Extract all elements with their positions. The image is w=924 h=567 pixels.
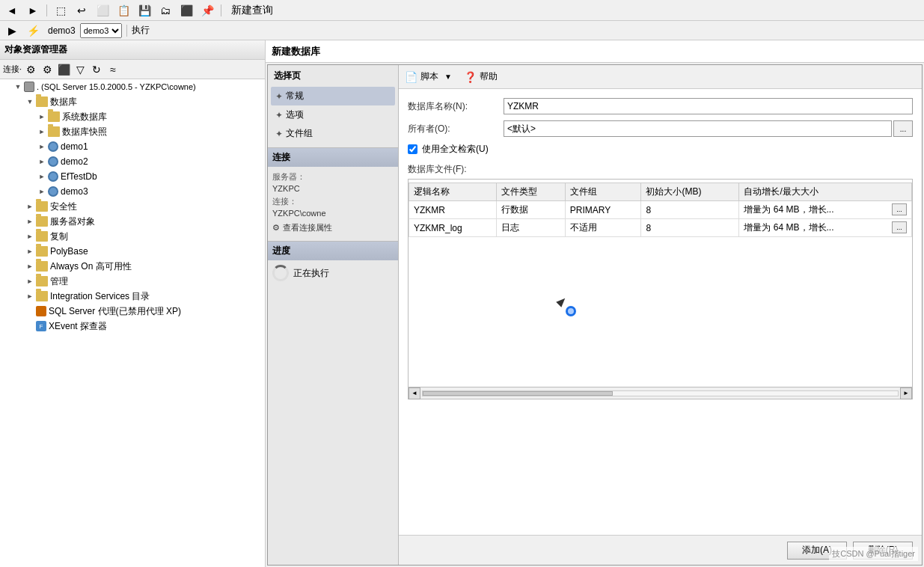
tree-sqlagent[interactable]: SQL Server 代理(已禁用代理 XP) bbox=[0, 304, 265, 319]
special-icon-sqlagent bbox=[36, 306, 46, 316]
sel-item-options[interactable]: ✦ 选项 bbox=[271, 105, 395, 124]
expand-management[interactable]: ► bbox=[24, 275, 36, 287]
conn-label: 连接： bbox=[272, 196, 394, 207]
tree-system-db[interactable]: ► 系统数据库 bbox=[0, 109, 265, 124]
help-label[interactable]: 帮助 bbox=[480, 70, 498, 83]
tb2-icon1[interactable]: ▶ bbox=[3, 22, 21, 39]
expand-demo3[interactable]: ► bbox=[36, 186, 48, 197]
expand-xevent[interactable] bbox=[24, 320, 36, 332]
scroll-thumb[interactable] bbox=[423, 391, 613, 396]
expand-snapshot[interactable]: ► bbox=[36, 126, 48, 138]
new-query-btn[interactable]: 新建查询 bbox=[226, 2, 278, 19]
folder-icon-snapshot bbox=[48, 126, 60, 137]
toolbar-icon-4[interactable]: 📋 bbox=[114, 2, 132, 19]
back-btn[interactable]: ◄ bbox=[3, 2, 21, 19]
toolbar-icon-2[interactable]: ↩ bbox=[73, 2, 91, 19]
toolbar-icon-6[interactable]: 🗂 bbox=[156, 2, 174, 19]
tree-xevent[interactable]: F XEvent 探查器 bbox=[0, 319, 265, 334]
dbname-input[interactable] bbox=[504, 98, 913, 114]
expand-alwayson[interactable]: ► bbox=[24, 260, 36, 272]
tree-alwayson[interactable]: ► Always On 高可用性 bbox=[0, 259, 265, 274]
toolbar-icon-7[interactable]: ⬛ bbox=[177, 2, 195, 19]
expand-sysdb[interactable]: ► bbox=[36, 111, 48, 123]
cursor-arrow-icon bbox=[556, 295, 568, 307]
execute-label[interactable]: 执行 bbox=[132, 24, 150, 37]
folder-icon-security bbox=[36, 201, 48, 212]
tree-polybase[interactable]: ► PolyBase bbox=[0, 244, 265, 259]
tree-demo3[interactable]: ► demo3 bbox=[0, 184, 265, 199]
scroll-right-btn[interactable]: ► bbox=[900, 387, 912, 399]
tree-db-snapshot[interactable]: ► 数据库快照 bbox=[0, 124, 265, 139]
folder-icon-integration bbox=[36, 291, 48, 301]
expand-server[interactable]: ▼ bbox=[12, 81, 24, 93]
selection-page-area: 选择页 ✦ 常规 ✦ 选项 ✦ 文件组 bbox=[268, 65, 398, 147]
tree-server-obj[interactable]: ► 服务器对象 bbox=[0, 214, 265, 229]
expand-demo1[interactable]: ► bbox=[36, 141, 48, 153]
expand-serverobj[interactable]: ► bbox=[24, 215, 36, 227]
script-dropdown[interactable]: ▼ bbox=[444, 73, 452, 81]
sel-item-general[interactable]: ✦ 常规 bbox=[271, 87, 395, 105]
oe-filter-icon[interactable]: ▽ bbox=[73, 62, 88, 77]
expand-eftestdb[interactable]: ► bbox=[36, 171, 48, 183]
right-content: 📄 脚本 ▼ ❓ 帮助 数据库名称(N): 所有者(O): bbox=[399, 65, 922, 565]
scroll-track[interactable] bbox=[422, 390, 899, 396]
loading-circle-icon bbox=[566, 306, 576, 316]
fulltext-checkbox[interactable] bbox=[408, 144, 417, 154]
script-label[interactable]: 脚本 bbox=[420, 70, 438, 83]
connect-btn[interactable]: 连接· bbox=[3, 64, 22, 75]
oe-icon3[interactable]: ⬛ bbox=[56, 62, 71, 77]
owner-label: 所有者(O): bbox=[408, 123, 498, 135]
conn-value: YZKPC\cowne bbox=[272, 209, 394, 218]
tree-eftestdb[interactable]: ► EfTestDb bbox=[0, 169, 265, 184]
tree-demo1[interactable]: ► demo1 bbox=[0, 139, 265, 154]
demo3-label: demo3 bbox=[61, 186, 88, 197]
expand-security[interactable]: ► bbox=[24, 200, 36, 212]
server-node[interactable]: ▼ . (SQL Server 15.0.2000.5 - YZKPC\cown… bbox=[0, 79, 265, 94]
expand-demo2[interactable]: ► bbox=[36, 156, 48, 168]
tree-management[interactable]: ► 管理 bbox=[0, 274, 265, 289]
horizontal-scrollbar[interactable]: ◄ ► bbox=[409, 387, 912, 399]
folder-icon-alwayson bbox=[36, 261, 48, 272]
table-row[interactable]: YZKMR 行数据 PRIMARY 8 增量为 64 MB，增长... ... bbox=[409, 201, 912, 219]
owner-input[interactable] bbox=[504, 120, 892, 137]
eftestdb-label: EfTestDb bbox=[61, 171, 97, 182]
dbfiles-label: 数据库文件(F): bbox=[408, 163, 913, 176]
forward-btn[interactable]: ► bbox=[24, 2, 42, 19]
tb2-icon2[interactable]: ⚡ bbox=[24, 22, 42, 39]
snapshot-label: 数据库快照 bbox=[62, 126, 107, 138]
progress-spinner bbox=[272, 265, 289, 281]
tree-security[interactable]: ► 安全性 bbox=[0, 199, 265, 214]
databases-label: 数据库 bbox=[50, 96, 77, 108]
folder-icon-management bbox=[36, 276, 48, 286]
toolbar-icon-5[interactable]: 💾 bbox=[135, 2, 153, 19]
expand-databases[interactable]: ▼ bbox=[24, 96, 36, 108]
db-select[interactable]: demo3 bbox=[80, 23, 122, 38]
tree-demo2[interactable]: ► demo2 bbox=[0, 154, 265, 169]
expand-polybase[interactable]: ► bbox=[24, 245, 36, 257]
toolbar-icon-1[interactable]: ⬚ bbox=[52, 2, 70, 19]
object-explorer-panel: 对象资源管理器 连接· ⚙ ⚙ ⬛ ▽ ↻ ≈ ▼ . (SQL Server … bbox=[0, 40, 266, 567]
oe-extra-icon[interactable]: ≈ bbox=[105, 62, 120, 77]
view-conn-link[interactable]: ⚙ 查看连接属性 bbox=[272, 221, 394, 235]
expand-replication[interactable]: ► bbox=[24, 230, 36, 242]
sel-item-filegroups[interactable]: ✦ 文件组 bbox=[271, 124, 395, 143]
toolbar-icon-8[interactable]: 📌 bbox=[198, 2, 216, 19]
demo1-label: demo1 bbox=[61, 141, 88, 152]
tree-databases[interactable]: ▼ 数据库 bbox=[0, 94, 265, 109]
oe-refresh-icon[interactable]: ↻ bbox=[89, 62, 104, 77]
oe-icon2[interactable]: ⚙ bbox=[40, 62, 55, 77]
table-row[interactable]: YZKMR_log 日志 不适用 8 增量为 64 MB，增长... ... bbox=[409, 219, 912, 237]
expand-integration[interactable]: ► bbox=[24, 290, 36, 302]
row1-browse-btn[interactable]: ... bbox=[892, 203, 907, 215]
scroll-left-btn[interactable]: ◄ bbox=[409, 387, 420, 399]
expand-sqlagent[interactable] bbox=[24, 305, 36, 317]
management-label: 管理 bbox=[50, 275, 68, 288]
tree-replication[interactable]: ► 复制 bbox=[0, 229, 265, 244]
tree-integration[interactable]: ► Integration Services 目录 bbox=[0, 289, 265, 304]
owner-row: 所有者(O): ... bbox=[408, 120, 913, 137]
owner-browse-btn[interactable]: ... bbox=[893, 120, 913, 137]
sel-label-filegroups: 文件组 bbox=[286, 127, 313, 140]
row2-browse-btn[interactable]: ... bbox=[892, 221, 907, 233]
toolbar-icon-3[interactable]: ⬜ bbox=[94, 2, 111, 19]
oe-icon1[interactable]: ⚙ bbox=[23, 62, 38, 77]
